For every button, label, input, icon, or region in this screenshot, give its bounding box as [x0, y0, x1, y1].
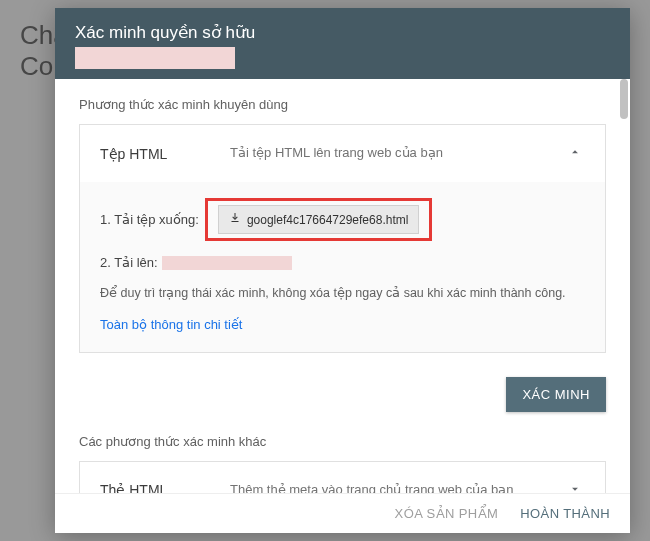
keep-file-note: Để duy trì trạng thái xác minh, không xó… — [100, 284, 585, 303]
dialog-header: Xác minh quyền sở hữu — [55, 8, 630, 79]
html-file-method-header[interactable]: Tệp HTML Tải tệp HTML lên trang web của … — [80, 125, 605, 182]
html-tag-method-header[interactable]: Thẻ HTML Thêm thẻ meta vào trang chủ tra… — [80, 462, 605, 493]
chevron-up-icon — [565, 143, 585, 164]
download-file-button[interactable]: googlef4c17664729efe68.html — [218, 205, 419, 234]
download-icon — [229, 212, 241, 227]
dialog-title: Xác minh quyền sở hữu — [75, 22, 610, 43]
method-desc: Thêm thẻ meta vào trang chủ trang web củ… — [230, 482, 565, 493]
redacted-url — [162, 256, 292, 270]
other-methods-label: Các phương thức xác minh khác — [79, 434, 606, 449]
done-button[interactable]: HOÀN THÀNH — [520, 506, 610, 521]
step2-label: 2. Tải lên: — [100, 255, 158, 270]
verify-ownership-dialog: Xác minh quyền sở hữu Phương thức xác mi… — [55, 8, 630, 533]
step1-label: 1. Tải tệp xuống: — [100, 212, 199, 227]
method-desc: Tải tệp HTML lên trang web của bạn — [230, 145, 565, 162]
method-name: Thẻ HTML — [100, 482, 230, 493]
download-filename: googlef4c17664729efe68.html — [247, 213, 408, 227]
html-file-method-body: 1. Tải tệp xuống: googlef4c17664729efe68… — [80, 182, 605, 352]
verify-row: XÁC MINH — [79, 365, 606, 412]
dialog-body[interactable]: Phương thức xác minh khuyên dùng Tệp HTM… — [55, 79, 630, 493]
chevron-down-icon — [565, 480, 585, 493]
download-step-row: 1. Tải tệp xuống: googlef4c17664729efe68… — [100, 198, 585, 241]
redacted-property — [75, 47, 235, 69]
recommended-method-label: Phương thức xác minh khuyên dùng — [79, 97, 606, 112]
html-file-method-card: Tệp HTML Tải tệp HTML lên trang web của … — [79, 124, 606, 353]
dialog-footer: XÓA SẢN PHẨM HOÀN THÀNH — [55, 493, 630, 533]
verify-button[interactable]: XÁC MINH — [506, 377, 606, 412]
scrollbar-thumb[interactable] — [620, 79, 628, 119]
method-name: Tệp HTML — [100, 146, 230, 162]
delete-product-button[interactable]: XÓA SẢN PHẨM — [395, 506, 499, 521]
full-details-link[interactable]: Toàn bộ thông tin chi tiết — [100, 317, 585, 332]
download-highlight-box: googlef4c17664729efe68.html — [205, 198, 432, 241]
upload-step-row: 2. Tải lên: — [100, 255, 585, 270]
html-tag-method-card: Thẻ HTML Thêm thẻ meta vào trang chủ tra… — [79, 461, 606, 493]
